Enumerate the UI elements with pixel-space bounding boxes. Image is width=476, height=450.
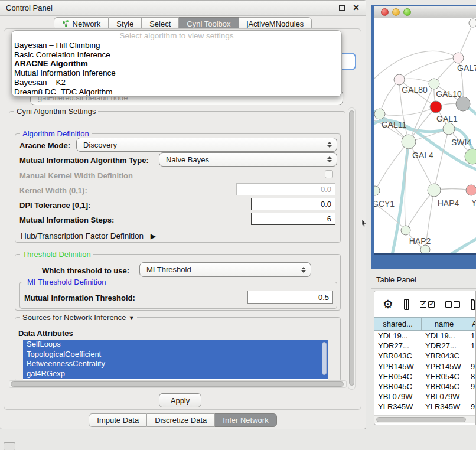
expand-right-icon[interactable]: ▶ [151, 232, 156, 240]
node-label: GAL11 [382, 120, 407, 129]
mi-threshold-field[interactable]: 0.5 [247, 291, 333, 304]
table-panel: Table Panel ⚙ ✔ ✔ shared... name A [371, 269, 476, 434]
node[interactable] [443, 123, 455, 135]
float-window-icon[interactable] [339, 5, 345, 11]
algorithm-option[interactable]: Bayesian – K2 [12, 78, 341, 87]
divider [371, 288, 476, 289]
node-gal7[interactable] [453, 53, 464, 63]
column-header[interactable]: name [422, 317, 467, 331]
collapse-down-icon[interactable]: ▼ [128, 314, 135, 321]
mi-steps-label: Mutual Information Steps: [19, 216, 114, 224]
node-label: GAL10 [436, 89, 462, 99]
deselect-all-columns-icon[interactable] [445, 301, 460, 308]
select-all-columns-icon[interactable]: ✔ ✔ [420, 301, 435, 308]
tab-impute-data[interactable]: Impute Data [89, 413, 147, 427]
column-header[interactable]: shared... [374, 317, 422, 331]
table-header-row: shared... name A [374, 317, 475, 331]
threshold-definition-legend: Threshold Definition [20, 250, 93, 259]
nodes [374, 19, 476, 253]
algorithm-option-selected[interactable]: ARACNE Algorithm [12, 59, 341, 69]
tab-infer-network[interactable]: Infer Network [215, 413, 276, 427]
settings-hscrollbar-track[interactable] [9, 380, 347, 388]
manual-kernel-label: Manual Kernel Width Definition [19, 171, 133, 180]
node-gal4[interactable] [402, 135, 416, 149]
kernel-width-field[interactable]: 0.0 [236, 183, 335, 195]
mi-steps-field[interactable]: 6 [251, 213, 335, 225]
node-gal1-selected[interactable] [430, 101, 442, 113]
close-traffic-light[interactable] [381, 8, 389, 16]
node-gal10[interactable] [429, 79, 439, 89]
algorithm-dropdown-list: Select algorithm to view settings Bayesi… [11, 30, 342, 97]
table-row[interactable]: YBR043CYBR043C [374, 351, 475, 361]
attribute-item[interactable]: SelfLoops [23, 340, 328, 350]
node-gal11[interactable] [374, 109, 385, 119]
aracne-mode-combo[interactable]: Discovery [76, 138, 337, 152]
cyni-toolbox-panel: galFiltered.sif default node Select algo… [4, 28, 361, 410]
manual-kernel-checkbox[interactable] [325, 170, 333, 178]
window-title: Control Panel [6, 4, 339, 12]
table-row[interactable]: YBL079WYBL079W [374, 392, 475, 402]
node-pink[interactable] [466, 185, 476, 195]
table-row[interactable]: YLR345WYLR345W9. [374, 402, 475, 412]
which-threshold-combo[interactable]: MI Threshold [139, 262, 311, 277]
spinner-icon [327, 142, 332, 148]
column-header[interactable]: A [467, 317, 475, 331]
gear-icon[interactable]: ⚙ [383, 298, 393, 310]
settings-vscrollbar-track[interactable] [348, 107, 356, 390]
columns-icon[interactable] [404, 299, 409, 310]
mi-threshold-legend: MI Threshold Definition [25, 278, 108, 286]
tab-discretize-data[interactable]: Discretize Data [147, 413, 215, 427]
which-threshold-label: Which threshold to use: [42, 266, 129, 275]
control-panel-window: Control Panel ✕ Network Style Select Cyn… [0, 0, 366, 429]
zoom-traffic-light[interactable] [403, 8, 411, 16]
apply-button[interactable]: Apply [159, 393, 201, 407]
table-panel-body: ⚙ ✔ ✔ shared... name A YDL19...YDL19...1… [374, 291, 476, 425]
collapsed-panel-icon[interactable] [4, 442, 15, 450]
node[interactable] [469, 19, 476, 27]
table-hscrollbar-thumb[interactable] [376, 417, 466, 422]
table-row[interactable]: YBR045CYBR045C9. [374, 381, 475, 392]
table-row[interactable]: YDL19...YDL19...13 [374, 331, 475, 341]
list-scrollbar-thumb[interactable] [322, 342, 327, 375]
network-window-titlebar[interactable] [374, 6, 476, 18]
node-label: GAL80 [402, 85, 428, 94]
new-table-icon[interactable] [471, 299, 475, 310]
attribute-item[interactable]: TopologicalCoefficient [23, 350, 328, 360]
node-gcy1[interactable] [374, 186, 380, 195]
node-hap4[interactable] [428, 184, 441, 197]
node-gray[interactable] [456, 97, 470, 111]
node-label: HAP4 [438, 198, 459, 208]
dpi-tolerance-label: DPI Tolerance [0,1]: [19, 201, 90, 210]
settings-vscrollbar-thumb[interactable] [349, 110, 354, 386]
table-panel-title: Table Panel [376, 275, 416, 284]
algorithm-option[interactable]: Bayesian – Hill Climbing [12, 41, 341, 50]
data-attributes-label: Data Attributes [18, 329, 73, 338]
minimize-traffic-light[interactable] [392, 8, 400, 16]
node[interactable] [420, 245, 430, 253]
network-graph: GAL7 GAL80 GAL10 GAL1 GAL11 SWI4 GAL4 GC… [374, 18, 476, 253]
node-hap2[interactable] [401, 226, 410, 235]
algorithm-option[interactable]: Basic Correlation Inference [12, 50, 341, 60]
table-row[interactable]: YER054CYER054C8. [374, 371, 475, 381]
table-body: YDL19...YDL19...13 YDR27...YDR27...12 YB… [374, 331, 475, 422]
kernel-width-label: Kernel Width (0,1): [19, 186, 87, 195]
dpi-tolerance-field[interactable]: 0.0 [251, 198, 335, 210]
mi-type-combo[interactable]: Naive Bayes [159, 152, 337, 167]
table-toolbar: ⚙ ✔ ✔ [374, 291, 475, 317]
network-canvas[interactable]: GAL7 GAL80 GAL10 GAL1 GAL11 SWI4 GAL4 GC… [374, 18, 476, 253]
settings-hscrollbar-thumb[interactable] [11, 381, 344, 387]
attribute-item[interactable]: BetweennessCentrality [23, 359, 328, 369]
cyni-settings-legend: Cyni Algorithm Settings [14, 107, 98, 116]
close-icon[interactable]: ✕ [353, 5, 360, 11]
node-gal80[interactable] [394, 74, 405, 85]
algorithm-option[interactable]: Mutual Information Inference [12, 69, 341, 78]
hub-definition-toggle[interactable]: Hub/Transcription Factor Definition ▶ [21, 231, 156, 240]
table-row[interactable]: YPR145WYPR145W9. [374, 361, 475, 371]
node-label: Y [471, 198, 476, 207]
table-hscrollbar-track[interactable] [374, 415, 476, 423]
node-swi4[interactable] [465, 149, 476, 164]
table-row[interactable]: YDR27...YDR27...12 [374, 341, 475, 351]
control-panel-titlebar[interactable]: Control Panel ✕ [0, 1, 366, 16]
algorithm-option[interactable]: Dream8 DC_TDC Algorithm [12, 87, 341, 97]
attribute-item[interactable]: gal4RGexp [23, 369, 328, 379]
